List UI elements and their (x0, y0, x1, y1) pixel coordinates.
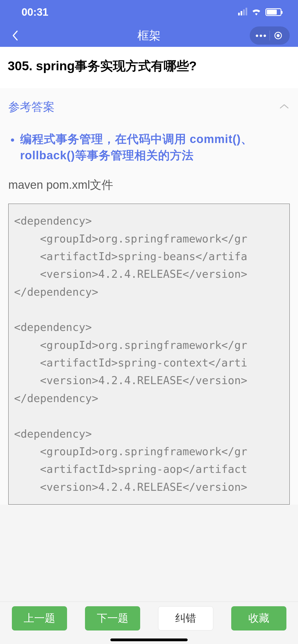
answer-header[interactable]: 参考答案 (8, 99, 290, 115)
wifi-icon (251, 8, 262, 17)
favorite-button[interactable]: 收藏 (231, 606, 286, 630)
battery-icon (265, 8, 281, 16)
answer-section: 参考答案 • 编程式事务管理，在代码中调用 commit()、rollback(… (0, 88, 298, 505)
close-button[interactable] (270, 27, 286, 44)
answer-label: 参考答案 (8, 99, 55, 115)
svg-point-1 (277, 34, 279, 37)
question-header: 305. spring事务实现方式有哪些? (0, 47, 298, 88)
report-button[interactable]: 纠错 (158, 606, 213, 630)
question-title: 305. spring事务实现方式有哪些? (8, 58, 290, 74)
answer-bullet: • 编程式事务管理，在代码中调用 commit()、rollback()等事务管… (8, 131, 290, 164)
menu-button[interactable]: ••• (253, 27, 270, 44)
file-label: maven pom.xml文件 (8, 177, 290, 193)
home-indicator[interactable] (110, 638, 188, 641)
prev-button[interactable]: 上一题 (12, 606, 67, 630)
code-block[interactable]: <dependency> <groupId>org.springframewor… (8, 204, 290, 505)
bullet-marker: • (10, 131, 15, 164)
back-button[interactable] (8, 29, 22, 42)
status-bar: 00:31 (0, 0, 298, 24)
nav-bar: 框架 ••• (0, 24, 298, 47)
next-button[interactable]: 下一题 (85, 606, 140, 630)
status-icons (238, 8, 281, 17)
bottom-bar: 上一题 下一题 纠错 收藏 (0, 602, 298, 635)
bullet-text: 编程式事务管理，在代码中调用 commit()、rollback()等事务管理相… (20, 131, 290, 164)
code-content: <dependency> <groupId>org.springframewor… (14, 212, 284, 496)
status-time: 00:31 (22, 6, 48, 18)
nav-title: 框架 (137, 28, 161, 43)
miniapp-capsule: ••• (250, 26, 290, 45)
chevron-up-icon (279, 103, 290, 111)
signal-icon (238, 9, 247, 15)
